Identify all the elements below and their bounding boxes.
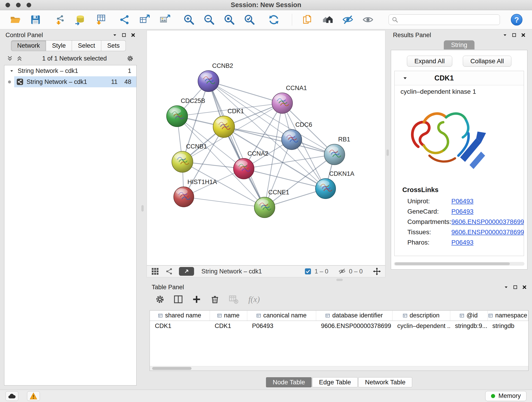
selected-checkbox-icon[interactable] <box>304 268 311 275</box>
selected-network-item[interactable]: String Network – cdk1 11 48 <box>14 76 136 87</box>
gear-icon[interactable] <box>127 55 134 62</box>
export-network-button[interactable] <box>138 13 151 26</box>
zoom-window-button[interactable] <box>27 3 31 7</box>
collapse-all-button[interactable]: Collapse All <box>463 56 511 67</box>
network-edge[interactable] <box>209 81 265 207</box>
network-canvas[interactable]: CCNB2CCNA1CDC25BCDK1CDC6RB1CCNB1CCNA2CDK… <box>147 30 385 265</box>
column-header-name[interactable]: name <box>210 311 247 321</box>
refresh-view-button[interactable] <box>268 13 280 26</box>
tissues-link[interactable]: 9606.ENSP00000378699 <box>451 229 524 236</box>
cell-shared-name[interactable]: CDK1 <box>150 321 210 331</box>
column-header-canonical-name[interactable]: canonical name <box>247 311 316 321</box>
cloud-status-button[interactable] <box>6 391 18 401</box>
tab-network[interactable]: Network <box>11 40 46 51</box>
uniprot-link[interactable]: P06493 <box>451 198 474 205</box>
function-builder-icon[interactable]: f(x) <box>248 294 260 304</box>
panel-menu-icon[interactable] <box>503 33 507 37</box>
network-selection-summary: 1 of 1 Network selected <box>26 55 123 62</box>
cell-namespace[interactable]: stringdb <box>487 321 528 331</box>
tab-edge-table[interactable]: Edge Table <box>312 377 358 387</box>
add-column-icon[interactable] <box>191 294 202 304</box>
tab-network-table[interactable]: Network Table <box>358 377 412 387</box>
import-network-file-button[interactable] <box>54 13 66 26</box>
zoom-fit-button[interactable] <box>223 13 235 26</box>
current-network-dot <box>8 80 11 83</box>
tab-string[interactable]: String <box>444 40 475 50</box>
expand-all-button[interactable]: Expand All <box>407 56 452 67</box>
open-session-button[interactable] <box>9 13 22 26</box>
table-row[interactable]: CDK1 CDK1 P06493 9606.ENSP00000378699 cy… <box>150 321 528 331</box>
pharos-link[interactable]: P06493 <box>451 239 474 246</box>
network-graph[interactable]: CCNB2CCNA1CDC25BCDK1CDC6RB1CCNB1CCNA2CDK… <box>147 31 385 265</box>
memory-button[interactable]: Memory <box>485 391 526 401</box>
tab-select[interactable]: Select <box>72 40 101 51</box>
float-panel-icon[interactable] <box>512 33 516 37</box>
hide-selected-button[interactable] <box>342 13 354 26</box>
network-edge[interactable] <box>184 197 265 207</box>
results-horizontal-scrollbar[interactable] <box>394 262 525 266</box>
column-header-database-identifier[interactable]: database identifier <box>316 311 392 321</box>
cell-canonical-name[interactable]: P06493 <box>247 321 316 331</box>
home-button[interactable] <box>322 13 334 26</box>
scrollbar-thumb[interactable] <box>152 367 191 370</box>
network-edge[interactable] <box>244 169 326 189</box>
splitter-handle[interactable] <box>141 205 144 211</box>
grid-view-icon[interactable] <box>151 267 159 275</box>
close-panel-icon[interactable] <box>522 285 526 289</box>
table-horizontal-scrollbar[interactable] <box>150 366 528 370</box>
splitter-handle[interactable] <box>386 149 389 156</box>
documents-button[interactable] <box>301 13 314 26</box>
cell-id[interactable]: stringdb:9... <box>450 321 487 331</box>
zoom-selected-button[interactable] <box>243 13 256 26</box>
splitter-handle[interactable] <box>336 279 343 281</box>
close-panel-icon[interactable] <box>131 33 135 37</box>
genecard-link[interactable]: P06493 <box>451 208 474 215</box>
export-image-button[interactable] <box>158 13 171 26</box>
close-panel-icon[interactable] <box>521 33 525 37</box>
hidden-eye-slash-icon[interactable] <box>338 268 346 275</box>
network-row[interactable]: String Network – cdk1 11 48 <box>4 76 136 87</box>
column-header-id[interactable]: @id <box>450 311 487 321</box>
expand-all-icon[interactable] <box>17 56 22 61</box>
tab-node-table[interactable]: Node Table <box>266 377 312 387</box>
column-header-namespace[interactable]: namespace <box>487 311 528 321</box>
column-header-description[interactable]: description <box>392 311 450 321</box>
gene-section-header[interactable]: CDK1 <box>394 71 524 85</box>
tab-sets[interactable]: Sets <box>101 40 126 51</box>
collapse-section-icon[interactable] <box>403 76 407 80</box>
float-panel-icon[interactable] <box>513 285 517 289</box>
compartments-link[interactable]: 9606.ENSP00000378699 <box>451 218 524 225</box>
minimize-window-button[interactable] <box>16 3 21 7</box>
network-view-icon[interactable] <box>165 268 173 275</box>
birds-eye-view-button[interactable] <box>179 267 194 276</box>
cell-database-identifier[interactable]: 9606.ENSP00000378699 <box>316 321 392 331</box>
panel-menu-icon[interactable] <box>504 286 508 289</box>
show-all-button[interactable] <box>362 13 374 26</box>
zoom-out-button[interactable] <box>203 13 215 26</box>
pan-crosshair-icon[interactable] <box>373 267 381 275</box>
tree-expand-icon[interactable] <box>10 70 13 72</box>
zoom-in-button[interactable] <box>183 13 195 26</box>
delete-column-icon[interactable] <box>210 294 220 304</box>
table-options-gear-icon[interactable] <box>155 294 165 304</box>
help-button[interactable]: ? <box>510 13 523 26</box>
network-edge[interactable] <box>209 81 282 103</box>
clear-table-icon[interactable] <box>228 294 238 304</box>
cell-name[interactable]: CDK1 <box>210 321 247 331</box>
tab-style[interactable]: Style <box>46 40 72 51</box>
sphere-highlight <box>174 153 186 160</box>
show-columns-icon[interactable] <box>173 294 183 304</box>
panel-menu-icon[interactable] <box>113 33 117 37</box>
save-session-button[interactable] <box>29 13 42 26</box>
close-window-button[interactable] <box>6 3 10 7</box>
column-header-shared-name[interactable]: shared name <box>150 311 210 321</box>
new-network-from-selection-button[interactable] <box>118 13 131 26</box>
collapse-all-icon[interactable] <box>7 56 13 61</box>
search-input[interactable] <box>389 14 500 25</box>
float-panel-icon[interactable] <box>122 33 126 37</box>
network-collection-row[interactable]: String Network – cdk1 1 <box>4 65 136 76</box>
warnings-button[interactable] <box>27 391 40 401</box>
import-network-database-button[interactable] <box>74 13 86 26</box>
cell-description[interactable]: cyclin–dependent ... <box>392 321 450 331</box>
import-table-file-button[interactable] <box>94 13 106 26</box>
